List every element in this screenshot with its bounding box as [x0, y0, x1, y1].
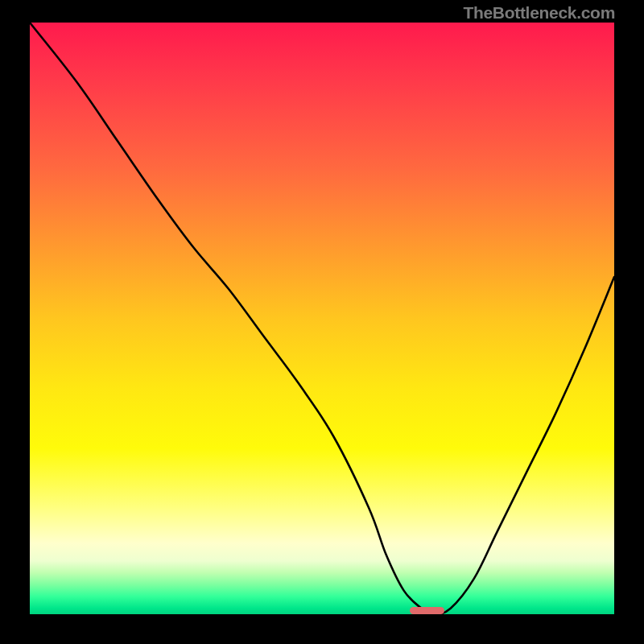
curve-svg [30, 23, 614, 614]
plot-area [30, 23, 614, 614]
bottleneck-curve [30, 23, 614, 614]
attribution-text: TheBottleneck.com [463, 3, 615, 23]
min-marker [410, 607, 445, 614]
chart-container: TheBottleneck.com [0, 0, 644, 644]
